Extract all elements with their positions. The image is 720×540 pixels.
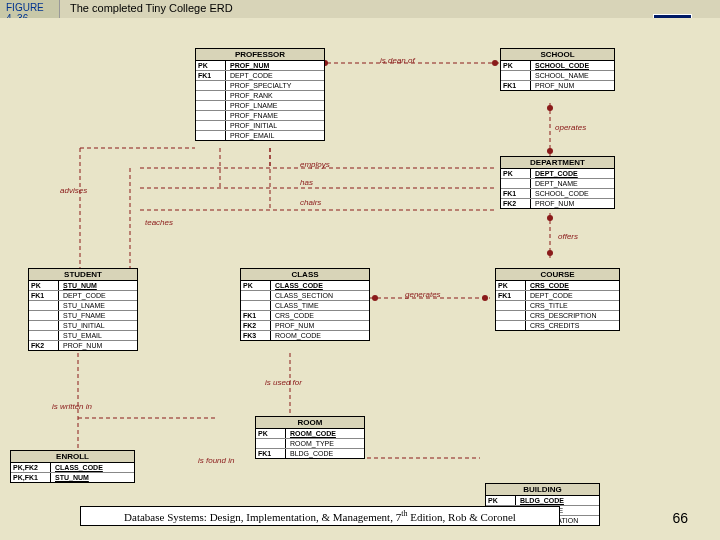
- rel-operates: operates: [555, 123, 586, 132]
- entity-school: SCHOOL PKSCHOOL_CODE SCHOOL_NAME FK1PROF…: [500, 48, 615, 91]
- rel-generates: generates: [405, 290, 441, 299]
- svg-point-23: [372, 295, 378, 301]
- entity-student: STUDENT PKSTU_NUM FK1DEPT_CODE STU_LNAME…: [28, 268, 138, 351]
- entity-title: STUDENT: [29, 269, 137, 281]
- rel-employs: employs: [300, 160, 330, 169]
- rel-advises: advises: [60, 186, 87, 195]
- page-number: 66: [672, 510, 688, 526]
- figure-header: FIGURE 4. 36 The completed Tiny College …: [0, 0, 720, 18]
- entity-title: ENROLL: [11, 451, 134, 463]
- entity-title: BUILDING: [486, 484, 599, 496]
- entity-professor: PROFESSOR PKPROF_NUM FK1DEPT_CODE PROF_S…: [195, 48, 325, 141]
- entity-title: COURSE: [496, 269, 619, 281]
- entity-department: DEPARTMENT PKDEPT_CODE DEPT_NAME FK1SCHO…: [500, 156, 615, 209]
- erd-canvas: PROFESSOR PKPROF_NUM FK1DEPT_CODE PROF_S…: [0, 18, 720, 540]
- entity-enroll: ENROLL PK,FK2CLASS_CODE PK,FK1STU_NUM: [10, 450, 135, 483]
- svg-point-21: [547, 215, 553, 221]
- svg-point-19: [547, 105, 553, 111]
- rel-has: has: [300, 178, 313, 187]
- entity-class: CLASS PKCLASS_CODE CLASS_SECTION CLASS_T…: [240, 268, 370, 341]
- svg-point-20: [547, 148, 553, 154]
- rel-teaches: teaches: [145, 218, 173, 227]
- rel-is-found-in: is found in: [198, 456, 234, 465]
- rel-offers: offers: [558, 232, 578, 241]
- footer-citation: Database Systems: Design, Implementation…: [80, 506, 560, 526]
- entity-title: CLASS: [241, 269, 369, 281]
- svg-point-18: [492, 60, 498, 66]
- rel-chairs: chairs: [300, 198, 321, 207]
- entity-title: SCHOOL: [501, 49, 614, 61]
- figure-title: The completed Tiny College ERD: [60, 0, 720, 18]
- rel-is-written-in: is written in: [52, 402, 92, 411]
- entity-title: DEPARTMENT: [501, 157, 614, 169]
- entity-room: ROOM PKROOM_CODE ROOM_TYPE FK1BLDG_CODE: [255, 416, 365, 459]
- entity-course: COURSE PKCRS_CODE FK1DEPT_CODE CRS_TITLE…: [495, 268, 620, 331]
- entity-title: PROFESSOR: [196, 49, 324, 61]
- entity-title: ROOM: [256, 417, 364, 429]
- svg-point-24: [482, 295, 488, 301]
- figure-label: FIGURE 4. 36: [0, 0, 60, 18]
- rel-is-used-for: is used for: [265, 378, 302, 387]
- svg-point-22: [547, 250, 553, 256]
- rel-is-dean-of: is dean of: [380, 56, 415, 65]
